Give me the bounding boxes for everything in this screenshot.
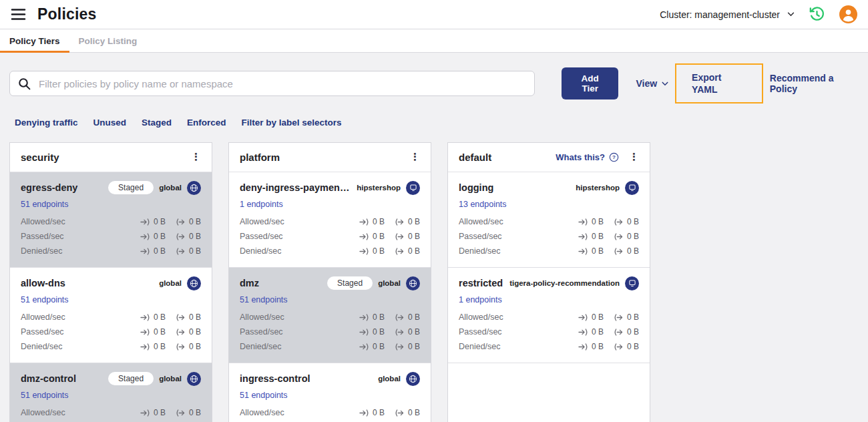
tier-menu-icon[interactable]: ⋮ bbox=[186, 152, 206, 163]
endpoints-link[interactable]: 51 endpoints bbox=[240, 391, 288, 400]
hamburger-menu-icon[interactable] bbox=[11, 8, 26, 21]
egress-metric: 0 B bbox=[614, 342, 639, 351]
policy-card[interactable]: deny-ingress-paymentservi… hipstershop 1… bbox=[229, 172, 431, 268]
policy-filter-input[interactable] bbox=[37, 77, 527, 90]
policy-card[interactable]: allow-dns global 51 endpoints Allowed/se… bbox=[10, 268, 212, 363]
policy-name: deny-ingress-paymentservi… bbox=[240, 182, 353, 193]
egress-metric: 0 B bbox=[176, 327, 201, 337]
metric-label: Passed/sec bbox=[240, 327, 283, 337]
filter-label-selectors[interactable]: Filter by label selectors bbox=[242, 118, 342, 128]
egress-metric: 0 B bbox=[176, 408, 201, 417]
endpoints-link[interactable]: 13 endpoints bbox=[459, 200, 507, 209]
egress-value: 0 B bbox=[627, 232, 639, 241]
export-yaml-button[interactable]: Export YAML bbox=[692, 72, 721, 95]
tier-name: default bbox=[459, 152, 491, 163]
search-icon bbox=[17, 77, 31, 91]
policy-card[interactable]: restricted tigera-policy-recommendation … bbox=[448, 268, 650, 363]
add-tier-button[interactable]: Add Tier bbox=[562, 67, 619, 99]
endpoints-link[interactable]: 51 endpoints bbox=[21, 391, 69, 400]
staged-badge: Staged bbox=[108, 181, 154, 194]
egress-arrow-icon bbox=[176, 218, 186, 226]
egress-value: 0 B bbox=[408, 246, 420, 256]
user-avatar-icon[interactable] bbox=[839, 5, 857, 23]
metric-row: Denied/sec0 B0 B bbox=[240, 244, 420, 258]
endpoints-link[interactable]: 1 endpoints bbox=[459, 295, 502, 304]
ingress-value: 0 B bbox=[373, 342, 385, 351]
policy-scope-label: global bbox=[378, 375, 401, 383]
egress-value: 0 B bbox=[408, 217, 420, 226]
metric-label: Denied/sec bbox=[240, 342, 282, 351]
ingress-metric: 0 B bbox=[578, 312, 604, 322]
metric-row: Denied/sec0 B0 B bbox=[21, 244, 201, 258]
ingress-metric: 0 B bbox=[140, 217, 166, 226]
policy-card[interactable]: logging hipstershop 13 endpoints Allowed… bbox=[448, 172, 650, 268]
recommend-policy-button[interactable]: Recommend a Policy bbox=[770, 73, 859, 94]
tab-policy-tiers-label: Policy Tiers bbox=[9, 36, 60, 46]
ingress-value: 0 B bbox=[154, 408, 166, 417]
filter-staged[interactable]: Staged bbox=[142, 118, 172, 128]
tab-policy-listing[interactable]: Policy Listing bbox=[69, 29, 147, 52]
history-icon[interactable] bbox=[808, 5, 826, 23]
tier-menu-icon[interactable]: ⋮ bbox=[405, 152, 425, 163]
metric-label: Denied/sec bbox=[459, 246, 501, 256]
policy-list: egress-deny Staged global 51 endpoints A… bbox=[10, 172, 212, 422]
endpoints-link[interactable]: 51 endpoints bbox=[240, 295, 288, 304]
metrics-list: Allowed/sec0 B0 BPassed/sec0 B0 BDenied/… bbox=[240, 405, 420, 422]
ingress-metric: 0 B bbox=[140, 312, 166, 322]
whats-this-link[interactable]: Whats this? ? bbox=[556, 152, 619, 162]
metric-row: Allowed/sec0 B0 B bbox=[21, 405, 201, 420]
endpoints-link[interactable]: 51 endpoints bbox=[21, 295, 69, 304]
tier-menu-icon[interactable]: ⋮ bbox=[624, 152, 644, 163]
egress-value: 0 B bbox=[189, 408, 201, 417]
ingress-value: 0 B bbox=[154, 246, 166, 256]
tier-panel: default Whats this? ? ⋮ logging hipsters… bbox=[447, 142, 650, 422]
egress-arrow-icon bbox=[176, 343, 186, 351]
ingress-arrow-icon bbox=[359, 233, 369, 240]
staged-badge: Staged bbox=[327, 276, 373, 290]
egress-arrow-icon bbox=[614, 314, 624, 321]
namespace-scope-icon bbox=[625, 181, 639, 195]
ingress-metric: 0 B bbox=[578, 246, 604, 256]
cluster-selector[interactable]: Cluster: management-cluster bbox=[660, 9, 795, 20]
tier-panel: platform ⋮ deny-ingress-paymentservi… hi… bbox=[228, 142, 431, 422]
tier-name: security bbox=[21, 152, 59, 163]
egress-metric: 0 B bbox=[395, 342, 420, 351]
endpoints-link[interactable]: 1 endpoints bbox=[240, 200, 283, 209]
egress-metric: 0 B bbox=[614, 232, 639, 241]
policy-card[interactable]: ingress-control global 51 endpoints Allo… bbox=[229, 363, 431, 422]
policy-card[interactable]: dmz Staged global 51 endpoints Allowed/s… bbox=[229, 268, 431, 363]
metric-row: Denied/sec0 B0 B bbox=[240, 339, 420, 354]
egress-metric: 0 B bbox=[395, 217, 420, 226]
policy-card[interactable]: dmz-control Staged global 51 endpoints A… bbox=[10, 363, 212, 422]
metric-row: Denied/sec0 B0 B bbox=[459, 244, 639, 258]
ingress-arrow-icon bbox=[578, 329, 588, 336]
policy-card[interactable]: egress-deny Staged global 51 endpoints A… bbox=[10, 172, 212, 268]
ingress-value: 0 B bbox=[592, 312, 604, 322]
endpoints-link[interactable]: 51 endpoints bbox=[21, 200, 69, 209]
egress-value: 0 B bbox=[627, 327, 639, 337]
metric-label: Denied/sec bbox=[21, 246, 63, 256]
policy-scope-label: hipstershop bbox=[357, 184, 401, 192]
filter-enforced[interactable]: Enforced bbox=[187, 118, 226, 128]
tier-header: default Whats this? ? ⋮ bbox=[448, 143, 650, 172]
filter-denying-traffic[interactable]: Denying traffic bbox=[15, 118, 78, 128]
page-title: Policies bbox=[37, 5, 97, 23]
tier-name: platform bbox=[240, 152, 280, 163]
metrics-list: Allowed/sec0 B0 BPassed/sec0 B0 BDenied/… bbox=[459, 214, 639, 258]
tab-policy-tiers[interactable]: Policy Tiers bbox=[0, 29, 69, 52]
metrics-list: Allowed/sec0 B0 BPassed/sec0 B0 BDenied/… bbox=[21, 214, 201, 258]
metric-label: Allowed/sec bbox=[21, 217, 65, 226]
policy-list: logging hipstershop 13 endpoints Allowed… bbox=[448, 172, 650, 363]
metric-row: Denied/sec0 B0 B bbox=[459, 339, 639, 354]
metric-row: Passed/sec0 B0 B bbox=[459, 325, 639, 339]
whats-this-label: Whats this? bbox=[556, 152, 605, 162]
ingress-arrow-icon bbox=[359, 314, 369, 321]
filter-unused[interactable]: Unused bbox=[93, 118, 127, 128]
egress-arrow-icon bbox=[395, 233, 405, 240]
egress-arrow-icon bbox=[395, 248, 405, 255]
egress-arrow-icon bbox=[176, 314, 186, 321]
egress-metric: 0 B bbox=[395, 312, 420, 322]
ingress-value: 0 B bbox=[154, 312, 166, 322]
view-button[interactable]: View bbox=[636, 78, 668, 89]
egress-arrow-icon bbox=[614, 248, 624, 255]
